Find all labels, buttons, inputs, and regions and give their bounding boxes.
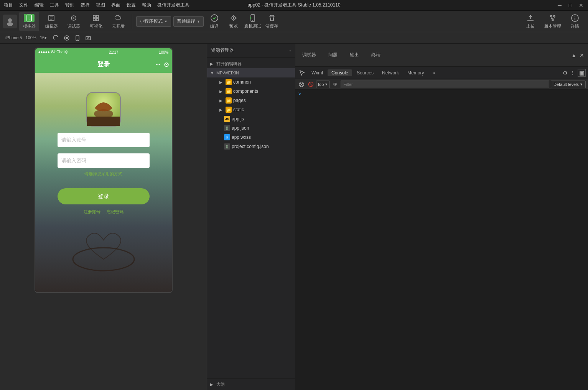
phone-login-button[interactable]: 登录 [58,188,150,204]
forget-link[interactable]: 忘记密码 [107,209,124,215]
menu-item-project[interactable]: 项目 [4,2,13,8]
compile-dropdown[interactable]: 普通编译 ▼ [173,16,204,27]
tree-item-pages[interactable]: ▶ 📁 pages [207,96,295,105]
real-test-button[interactable]: 真机调试 [244,12,261,31]
menu-item-select[interactable]: 选择 [81,2,90,8]
debugger-button[interactable]: 调试器 [64,12,84,31]
console-cursor[interactable]: > [298,91,301,97]
title-bar: 项目 文件 编辑 工具 转到 选择 视图 界面 设置 帮助 微信开发者工具 ap… [0,0,588,11]
phone-title: 登录 [97,61,110,69]
compile-icon [210,14,219,22]
toolbar-right: 上传 版本管理 详情 [520,12,585,31]
menu-item-help[interactable]: 帮助 [142,2,151,8]
record-button[interactable] [62,33,71,43]
phone-account-input[interactable]: 请输入账号 [58,133,150,147]
device-info: iPhone 5 100% 16▾ [2,35,50,40]
devtools-layout-icon[interactable]: ▣ [578,69,586,77]
visualize-button[interactable]: 可视化 [86,12,106,31]
console-eye-icon[interactable]: 👁 [331,81,339,88]
devtools-tab-console[interactable]: Console [328,69,352,76]
devtools-expand-icon[interactable]: ▲ [571,52,576,58]
upload-button[interactable]: 上传 [520,12,540,31]
debug-tab-output[interactable]: 输出 [347,51,362,59]
menu-item-tools[interactable]: 工具 [50,2,59,8]
devtools-tab-memory[interactable]: Memory [404,69,428,76]
editor-button[interactable]: 编辑器 [41,12,61,31]
debug-tab-debugger[interactable]: 调试器 [299,51,319,59]
menu-item-interface[interactable]: 界面 [111,2,120,8]
context-selector[interactable]: top ▼ [316,81,330,88]
tree-item-static[interactable]: ▶ 📁 static [207,105,295,114]
cloud-button[interactable]: 云开发 [108,12,128,31]
console-prompt-line: > [298,91,585,97]
outline-arrow-icon: ▶ [210,382,215,387]
method-link-text: 请选择您采用的方式 [84,171,122,176]
rotate-button[interactable] [51,33,61,43]
default-levels-arrow: ▼ [580,82,583,86]
clear-console-icon[interactable] [298,81,305,88]
user-avatar[interactable] [3,15,17,28]
menu-item-goto[interactable]: 转到 [65,2,74,8]
simulator-button[interactable]: 模拟器 [19,12,39,31]
devtools-settings-icon[interactable]: ⚙ [563,70,568,76]
console-filter-input[interactable] [341,81,549,88]
close-button[interactable]: ✕ [578,2,584,8]
menu-item-wechat[interactable]: 微信开发者工具 [157,2,189,8]
tree-item-appjson[interactable]: {} app.json [207,123,295,133]
resource-manager-menu-icon[interactable]: ··· [287,48,291,53]
mode-dropdown[interactable]: 小程序模式 ▼ [136,16,171,27]
menu-item-edit[interactable]: 编辑 [35,2,44,8]
phone-method-link[interactable]: 请选择您采用的方式 [84,171,122,177]
svg-point-24 [87,37,89,39]
open-editors-section[interactable]: ▶ 打开的编辑器 [207,59,295,68]
clear-cache-button[interactable]: 清缓存 [264,12,280,31]
tree-item-common[interactable]: ▶ 📁 common [207,77,295,87]
devtools-tab-wxml[interactable]: Wxml [308,69,327,76]
svg-rect-8 [93,18,96,21]
console-block-icon[interactable]: 🚫 [307,81,315,88]
compile-button[interactable]: 编译 [206,12,223,31]
debug-tab-issues[interactable]: 问题 [325,51,341,59]
device-frame-button[interactable] [73,33,82,43]
screenshot-button[interactable] [84,33,93,43]
debugger-label: 调试器 [68,23,80,29]
svg-point-22 [77,39,78,40]
minimize-button[interactable]: ─ [557,2,563,8]
mp-weixin-section[interactable]: ▼ MP-WEIXIN [207,68,295,77]
phone-password-input[interactable]: 请输入密码 [58,153,150,168]
tree-item-components[interactable]: ▶ 📁 components [207,87,295,96]
phone-record-icon: ⊙ [164,61,169,68]
menu-item-file[interactable]: 文件 [19,2,28,8]
compile-action-label: 编译 [210,23,219,29]
devtools-tab-more[interactable]: » [428,69,439,76]
preview-button[interactable]: 预览 [225,12,242,31]
compile-label: 普通编译 [177,18,195,25]
svg-rect-6 [93,15,96,18]
device-frame-icon [74,35,81,41]
default-levels-button[interactable]: Default levels ▼ [551,81,586,88]
menu-item-view[interactable]: 视图 [96,2,105,8]
maximize-button[interactable]: □ [567,2,573,8]
devtools-tab-sources[interactable]: Sources [353,69,377,76]
version-button[interactable]: 版本管理 [543,12,563,31]
zoom-label: 100% [26,35,36,40]
tree-item-projectconfig[interactable]: {} project.config.json [207,142,295,151]
separator-1 [132,14,132,29]
phone-bottom-links: 注册账号 忘记密码 [84,209,124,215]
devtools-kebab-icon[interactable]: ⋮ [570,70,575,76]
tree-item-appwxss[interactable]: S app.wxss [207,133,295,142]
components-arrow-icon: ▶ [219,89,224,94]
appwxss-label: app.wxss [232,135,251,140]
element-inspector-icon[interactable] [298,68,307,77]
console-content: > [295,90,588,390]
outline-label[interactable]: 大纲 [216,382,225,387]
menu-item-settings[interactable]: 设置 [127,2,136,8]
devtools-tab-network[interactable]: Network [378,69,403,76]
devtools-close-icon[interactable]: ✕ [580,52,584,58]
register-link[interactable]: 注册账号 [84,209,100,215]
phone-menu-icon: ··· [155,61,160,68]
detail-button[interactable]: 详情 [565,12,585,31]
open-editors-arrow-icon: ▶ [210,62,215,66]
debug-tab-terminal[interactable]: 终端 [368,51,384,59]
tree-item-appjs[interactable]: JS app.js [207,114,295,123]
